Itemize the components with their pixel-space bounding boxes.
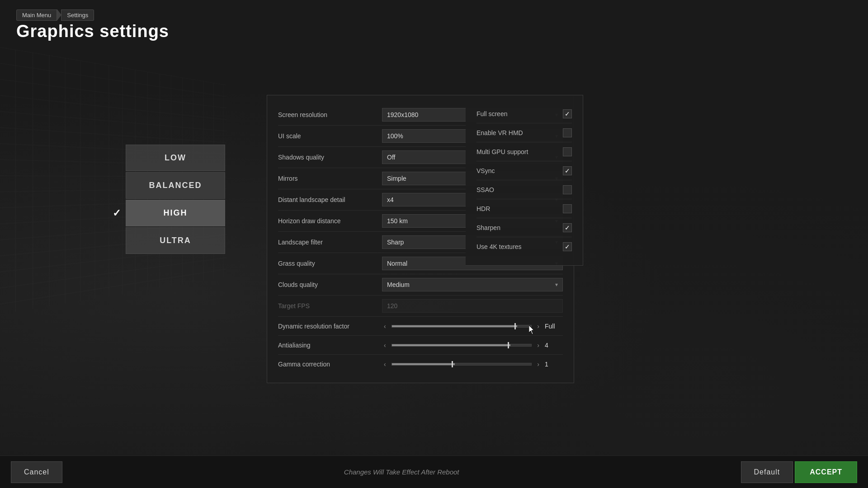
dropdown-distant-landscape-detail-value: x4 [387,196,394,203]
row-sharpen: Sharpen [476,218,572,237]
row-clouds-quality: Clouds quality Medium ▾ [278,274,563,296]
label-hdr: HDR [476,205,490,212]
slider-fill-antialiasing [392,344,510,346]
row-antialiasing: Antialiasing ‹ › 4 [278,336,563,355]
label-enable-vr-hmd: Enable VR HMD [476,129,523,136]
breadcrumb-settings[interactable]: Settings [61,9,94,21]
dropdown-horizon-draw-distance-value: 150 km [387,217,408,225]
dropdown-ui-scale-value: 100% [387,132,403,140]
label-target-fps: Target FPS [278,302,382,310]
bottom-message: Changes Will Take Effect After Reboot [62,468,741,476]
dropdown-landscape-filter-value: Sharp [387,239,404,246]
label-clouds-quality: Clouds quality [278,281,382,288]
label-ssao: SSAO [476,186,494,193]
slider-value-antialiasing: 4 [545,342,563,349]
label-sharpen: Sharpen [476,224,500,231]
slider-gamma-correction: ‹ › 1 [382,359,563,370]
checkbox-multi-gpu-support[interactable] [563,147,572,156]
label-screen-resolution: Screen resolution [278,111,382,118]
accept-button[interactable]: ACCEPT [795,461,857,483]
label-mirrors: Mirrors [278,175,382,182]
checkbox-use-4k-textures[interactable] [563,242,572,251]
label-landscape-filter: Landscape filter [278,239,382,246]
dropdown-shadows-quality-value: Off [387,154,395,161]
label-horizon-draw-distance: Horizon draw distance [278,217,382,225]
breadcrumb-separator [57,9,61,21]
slider-right-arrow[interactable]: › [535,321,541,332]
main-content: Main Menu Settings Graphics settings LOW… [0,0,868,488]
slider-fill-gamma-correction [392,363,455,365]
checkbox-enable-vr-hmd[interactable] [563,128,572,137]
active-checkmark: ✓ [113,207,122,219]
row-enable-vr-hmd: Enable VR HMD [476,123,572,142]
dropdown-mirrors-value: Simple [387,175,406,182]
row-dynamic-resolution-factor: Dynamic resolution factor ‹ › Full [278,317,563,336]
checkbox-ssao[interactable] [563,185,572,194]
slider-track-antialiasing[interactable] [392,344,532,347]
bottom-bar: Cancel Changes Will Take Effect After Re… [0,455,868,488]
dropdown-grass-quality-value: Normal [387,260,407,267]
row-gamma-correction: Gamma correction ‹ › 1 [278,355,563,374]
row-ssao: SSAO [476,180,572,199]
checkbox-sharpen[interactable] [563,223,572,232]
cancel-button[interactable]: Cancel [11,461,62,483]
slider-right-arrow[interactable]: › [535,340,541,351]
dropdown-clouds-quality-value: Medium [387,281,410,288]
slider-value-gamma-correction: 1 [545,361,563,368]
row-full-screen: Full screen [476,104,572,123]
slider-dynamic-resolution-factor: ‹ › Full [382,321,563,332]
row-target-fps: Target FPS 120 [278,296,563,317]
slider-antialiasing: ‹ › 4 [382,340,563,351]
label-vsync: VSync [476,167,495,174]
label-gamma-correction: Gamma correction [278,361,382,368]
preset-balanced[interactable]: BALANCED [126,172,225,199]
preset-low[interactable]: LOW [126,145,225,171]
dropdown-screen-resolution-value: 868x488 [387,111,418,118]
breadcrumb: Main Menu Settings [16,9,94,21]
slider-fill-dynamic-resolution [392,325,518,327]
label-multi-gpu-support: Multi GPU support [476,148,528,155]
preset-high[interactable]: ✓ HIGH [126,200,225,226]
slider-left-arrow[interactable]: ‹ [382,321,388,332]
label-grass-quality: Grass quality [278,260,382,267]
label-antialiasing: Antialiasing [278,342,382,349]
label-distant-landscape-detail: Distant landscape detail [278,196,382,203]
row-hdr: HDR [476,199,572,218]
slider-track-gamma-correction[interactable] [392,363,532,366]
slider-track-dynamic-resolution[interactable] [392,325,532,328]
dropdown-clouds-quality[interactable]: Medium ▾ [382,278,563,291]
slider-right-arrow[interactable]: › [535,359,541,370]
breadcrumb-main-menu[interactable]: Main Menu [16,9,57,21]
row-multi-gpu-support: Multi GPU support [476,142,572,161]
slider-thumb-antialiasing [508,342,509,348]
page-title: Graphics settings [16,22,169,41]
chevron-down-icon: ▾ [555,282,558,288]
label-full-screen: Full screen [476,110,507,117]
label-ui-scale: UI scale [278,132,382,140]
checkbox-vsync[interactable] [563,166,572,175]
default-button[interactable]: Default [741,461,793,483]
checkbox-hdr[interactable] [563,204,572,213]
preset-ultra[interactable]: ULTRA [126,227,225,254]
label-use-4k-textures: Use 4K textures [476,243,522,250]
slider-thumb-gamma-correction [452,361,453,367]
checkbox-full-screen[interactable] [563,109,572,118]
input-target-fps: 120 [382,299,563,313]
label-dynamic-resolution-factor: Dynamic resolution factor [278,323,382,330]
settings-right-panel: Full screen Enable VR HMD Multi GPU supp… [466,95,583,266]
slider-thumb-dynamic-resolution [514,323,516,329]
row-vsync: VSync [476,161,572,180]
slider-left-arrow[interactable]: ‹ [382,359,388,370]
slider-value-dynamic-resolution: Full [545,323,563,330]
slider-left-arrow[interactable]: ‹ [382,340,388,351]
preset-panel: LOW BALANCED ✓ HIGH ULTRA [126,145,225,254]
row-use-4k-textures: Use 4K textures [476,237,572,256]
label-shadows-quality: Shadows quality [278,154,382,161]
